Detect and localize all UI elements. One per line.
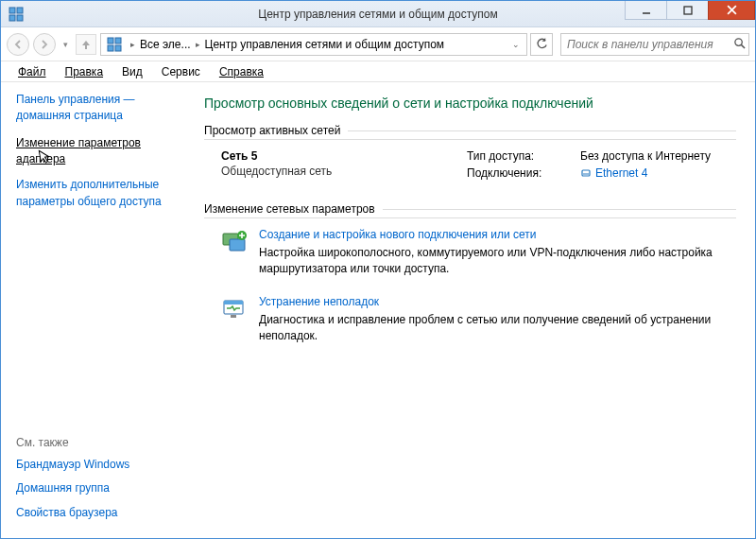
close-button[interactable] xyxy=(708,1,755,20)
svg-rect-1 xyxy=(17,8,23,13)
menu-view[interactable]: Вид xyxy=(114,63,150,80)
ethernet-icon xyxy=(580,167,592,179)
page-title: Просмотр основных сведений о сети и наст… xyxy=(204,96,736,111)
change-settings-header: Изменение сетевых параметров xyxy=(204,202,736,218)
breadcrumb-item[interactable]: Центр управления сетями и общим доступом xyxy=(205,38,445,51)
history-dropdown[interactable]: ▾ xyxy=(60,40,72,49)
network-name: Сеть 5 xyxy=(221,149,467,163)
refresh-button[interactable] xyxy=(530,33,553,56)
svg-rect-23 xyxy=(231,315,236,318)
active-network-block: Сеть 5 Общедоступная сеть Тип доступа: Б… xyxy=(221,149,736,183)
main-panel: Просмотр основных сведений о сети и наст… xyxy=(185,82,755,538)
link-text: Изменение параметров адаптера xyxy=(16,136,141,165)
change-adapter-settings-link[interactable]: Изменение параметров адаптера xyxy=(16,135,174,168)
search-box[interactable] xyxy=(560,33,749,56)
new-connection-icon xyxy=(221,230,248,254)
option-desc: Настройка широкополосного, коммутируемог… xyxy=(259,245,736,278)
nav-back-button[interactable] xyxy=(7,33,29,56)
svg-rect-8 xyxy=(108,38,113,43)
firewall-link[interactable]: Брандмауэр Windows xyxy=(16,457,174,473)
control-panel-icon xyxy=(107,37,122,52)
svg-rect-3 xyxy=(17,15,23,21)
cursor-icon xyxy=(38,148,55,171)
svg-line-13 xyxy=(741,44,745,48)
svg-rect-22 xyxy=(224,301,243,304)
option-title: Устранение неполадок xyxy=(259,295,736,308)
sidebar: Панель управления — домашняя страница Из… xyxy=(1,82,185,538)
control-panel-home-link[interactable]: Панель управления — домашняя страница xyxy=(16,92,174,124)
access-type-label: Тип доступа: xyxy=(467,149,580,163)
chevron-right-icon: ▸ xyxy=(193,40,203,49)
svg-rect-9 xyxy=(115,38,121,43)
see-also-header: См. также xyxy=(16,436,174,449)
connections-label: Подключения: xyxy=(467,166,580,180)
advanced-sharing-settings-link[interactable]: Изменить дополнительные параметры общего… xyxy=(16,177,174,210)
app-icon xyxy=(9,7,24,22)
homegroup-link[interactable]: Домашняя группа xyxy=(16,480,174,496)
breadcrumb[interactable]: ▸ Все эле... ▸ Центр управления сетями и… xyxy=(100,33,527,56)
svg-rect-10 xyxy=(108,45,113,51)
svg-rect-19 xyxy=(230,239,245,251)
connection-link[interactable]: Ethernet 4 xyxy=(580,166,647,180)
svg-rect-2 xyxy=(9,15,15,21)
menu-help[interactable]: Справка xyxy=(212,63,271,80)
search-icon[interactable] xyxy=(730,37,748,52)
option-title: Создание и настройка нового подключения … xyxy=(259,228,736,241)
connection-name: Ethernet 4 xyxy=(595,166,647,180)
svg-point-12 xyxy=(734,38,741,44)
nav-up-button[interactable] xyxy=(76,34,96,55)
maximize-button[interactable] xyxy=(666,1,709,20)
svg-rect-5 xyxy=(684,7,692,14)
browser-properties-link[interactable]: Свойства браузера xyxy=(16,505,174,521)
menu-edit[interactable]: Правка xyxy=(58,63,112,80)
search-input[interactable] xyxy=(561,38,730,51)
menubar: Файл Правка Вид Сервис Справка xyxy=(1,61,755,82)
active-networks-header: Просмотр активных сетей xyxy=(204,124,736,140)
svg-rect-0 xyxy=(9,8,15,13)
titlebar: Центр управления сетями и общим доступом xyxy=(1,1,755,27)
access-type-value: Без доступа к Интернету xyxy=(580,149,711,163)
nav-forward-button[interactable] xyxy=(33,33,56,56)
section-label-text: Изменение сетевых параметров xyxy=(204,202,375,216)
breadcrumb-dropdown[interactable]: ⌄ xyxy=(507,34,524,55)
breadcrumb-item[interactable]: Все эле... xyxy=(140,38,191,51)
navbar: ▾ ▸ Все эле... ▸ Центр управления сетями… xyxy=(1,27,755,61)
troubleshoot-icon xyxy=(221,297,248,322)
option-desc: Диагностика и исправление проблем с сеть… xyxy=(259,312,736,345)
menu-file[interactable]: Файл xyxy=(10,63,54,80)
content-area: Панель управления — домашняя страница Из… xyxy=(1,82,755,538)
window: Центр управления сетями и общим доступом… xyxy=(0,0,756,539)
chevron-right-icon: ▸ xyxy=(128,40,138,49)
menu-tools[interactable]: Сервис xyxy=(154,63,208,80)
troubleshoot-option[interactable]: Устранение неполадок Диагностика и испра… xyxy=(221,295,736,345)
network-type: Общедоступная сеть xyxy=(221,165,467,178)
setup-new-connection-option[interactable]: Создание и настройка нового подключения … xyxy=(221,228,736,278)
svg-rect-11 xyxy=(115,45,121,51)
section-label-text: Просмотр активных сетей xyxy=(204,124,340,137)
minimize-button[interactable] xyxy=(625,1,667,20)
